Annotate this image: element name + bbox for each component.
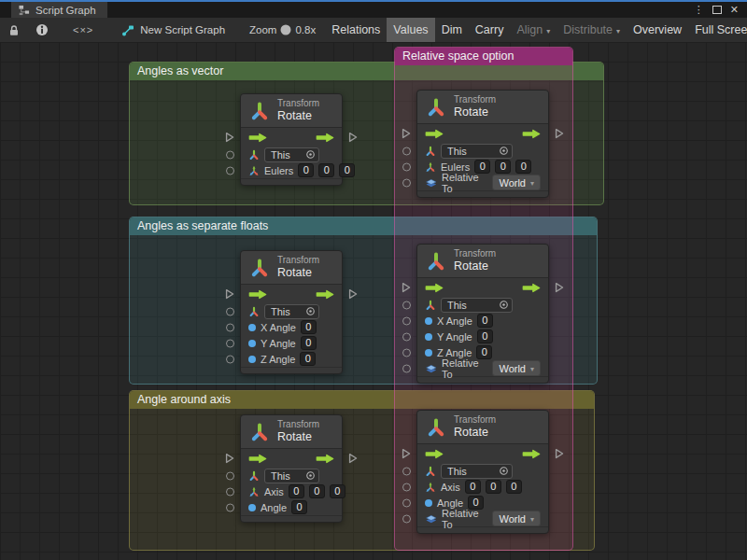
relative-to-input-port[interactable] [402,178,411,187]
node-rotate-xyz-relative[interactable]: Transform Rotate This [416,244,549,384]
angle-input-port[interactable] [226,503,234,511]
x-angle-input-port[interactable] [402,316,411,325]
node-rotate-axis-angle[interactable]: Transform Rotate This [240,414,343,523]
flow-input-port[interactable] [402,128,411,139]
angle-input[interactable]: 0 [291,500,307,514]
node-rotate-eulers-relative[interactable]: Transform Rotate This [416,90,549,198]
axis-input-port[interactable] [226,487,234,496]
relative-to-input-port[interactable] [402,364,411,372]
relative-to-dropdown[interactable]: World ▾ [492,360,541,376]
flow-input-port[interactable] [402,282,411,293]
close-icon[interactable]: ✕ [730,4,739,16]
this-input-port[interactable] [226,150,234,159]
z-angle-input-port[interactable] [226,355,234,363]
y-angle-input[interactable]: 0 [477,329,493,343]
node-rotate-eulers[interactable]: Transform Rotate This [240,93,343,186]
tab-script-graph[interactable]: Script Graph [11,2,107,18]
node-title: Rotate [454,105,496,119]
flow-output-port[interactable] [555,282,564,293]
eulers-x-input[interactable]: 0 [298,163,314,177]
node-header: Transform Rotate [417,91,548,124]
zoom-slider-thumb[interactable] [281,25,291,35]
node-rotate-xyz[interactable]: Transform Rotate This [240,250,343,374]
this-input-port[interactable] [402,147,411,155]
angle-input-port[interactable] [402,498,411,507]
axis-x-input[interactable]: 0 [289,484,304,498]
flow-output-port[interactable] [555,128,564,139]
group-header[interactable]: Relative space option [395,48,572,65]
flow-output-port[interactable] [555,448,564,459]
flow-row [241,128,342,147]
flow-output-port[interactable] [348,132,358,143]
values-button[interactable]: Values [387,18,434,42]
graph-canvas[interactable]: Angles as vector Angles as separate floa… [0,42,747,560]
this-row: This [417,297,548,313]
relations-button[interactable]: Relations [325,18,387,42]
align-button[interactable]: Align ▾ [510,18,557,42]
maximize-icon[interactable] [712,6,722,14]
this-object-field[interactable]: This [441,298,513,313]
carry-button[interactable]: Carry [469,18,511,42]
object-picker-icon [499,146,509,156]
dropdown-arrow-icon: ▾ [616,27,620,35]
full-screen-button[interactable]: Full Screen [688,18,747,42]
axis-input-port[interactable] [402,483,411,491]
flow-output-port[interactable] [348,288,358,300]
port-label: Relative To [442,357,487,380]
z-angle-input-port[interactable] [402,348,411,357]
flow-out-arrow-icon [521,129,542,139]
axis-z-input[interactable]: 0 [506,480,522,494]
node-footer [241,178,342,185]
this-input-port[interactable] [226,471,234,480]
x-angle-input-port[interactable] [226,323,234,331]
flow-output-port[interactable] [348,453,358,464]
relative-to-dropdown[interactable]: World ▾ [492,175,541,190]
relative-to-dropdown[interactable]: World ▾ [492,511,541,526]
axis-x-input[interactable]: 0 [465,480,481,494]
info-button[interactable] [28,18,56,42]
new-script-graph-breadcrumb[interactable]: New Script Graph [110,24,234,36]
eulers-input-port[interactable] [402,162,411,171]
eulers-z-input[interactable]: 0 [339,163,355,177]
this-input-port[interactable] [402,301,411,309]
object-picker-icon [305,470,316,481]
flow-out-arrow-icon [315,289,335,300]
eulers-y-input[interactable]: 0 [318,163,334,177]
this-object-field[interactable]: This [264,304,319,319]
axis-z-input[interactable]: 0 [330,484,345,498]
distribute-button[interactable]: Distribute ▾ [557,18,627,42]
eulers-y-input[interactable]: 0 [495,160,511,174]
this-input-port[interactable] [226,307,234,315]
this-object-field[interactable]: This [441,144,513,159]
eulers-z-input[interactable]: 0 [515,160,531,174]
this-object-field[interactable]: This [264,147,319,162]
angle-row: Angle 0 [241,499,342,515]
axis-y-input[interactable]: 0 [486,480,501,494]
node-type-label: Transform [454,414,496,426]
flow-input-port[interactable] [225,288,234,300]
y-angle-input[interactable]: 0 [301,336,317,350]
x-angle-input[interactable]: 0 [301,320,317,334]
this-input-port[interactable] [402,467,411,475]
node-title: Rotate [277,430,319,444]
x-angle-input[interactable]: 0 [477,314,493,328]
z-angle-input[interactable]: 0 [300,352,316,366]
dim-button[interactable]: Dim [435,18,469,42]
y-angle-input-port[interactable] [226,339,234,347]
window-menu-icon[interactable]: ⋮ [694,4,704,16]
lock-button[interactable] [0,18,28,42]
flow-input-port[interactable] [225,453,234,464]
this-object-field[interactable]: This [264,469,319,483]
edit-code-button[interactable]: <×> [56,18,110,42]
y-angle-input-port[interactable] [402,332,411,341]
flow-input-port[interactable] [225,132,234,143]
axis-y-input[interactable]: 0 [309,484,325,498]
relative-to-input-port[interactable] [402,514,411,523]
this-object-field[interactable]: This [441,464,513,479]
overview-button[interactable]: Overview [627,18,688,42]
node-rotate-axis-angle-relative[interactable]: Transform Rotate This [416,410,549,534]
relative-to-row: Relative To World ▾ [417,511,548,526]
flow-input-port[interactable] [402,448,411,459]
node-type-label: Transform [277,98,319,109]
eulers-input-port[interactable] [226,166,234,175]
